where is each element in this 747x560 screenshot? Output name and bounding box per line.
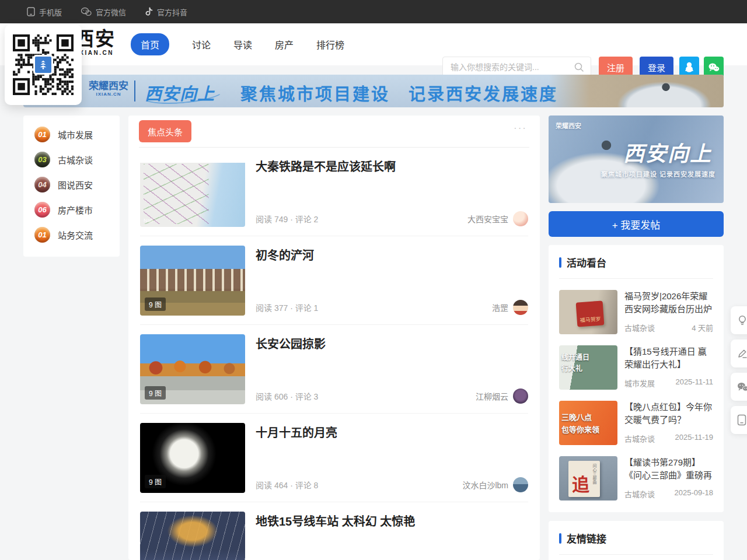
avatar[interactable] [513, 477, 528, 492]
activity-item-title[interactable]: 福马贺岁|2026年荣耀西安网珍藏版台历出炉 [624, 290, 713, 316]
post-title[interactable]: 十月十五的月亮 [256, 424, 528, 440]
mobile-app-icon [736, 414, 747, 426]
tips-float-button[interactable] [731, 306, 747, 334]
activity-thumbnail-book[interactable]: 追 问心三部曲 [559, 456, 617, 501]
friend-links-panel: 友情链接 西安市人民政府 西安新闻网 [549, 521, 724, 560]
post-author[interactable]: 浩罡 [492, 300, 528, 315]
promo-logo: 荣耀西安 [556, 121, 581, 130]
nav-tab-realestate[interactable]: 房产 [275, 37, 294, 51]
write-post-float-button[interactable] [731, 340, 747, 368]
banner-divider [134, 80, 135, 102]
post-item[interactable]: 9 图 十月十五的月亮 阅读 464 · 评论 8 汶水白沙lbm [140, 414, 528, 502]
author-name: 江柳烟云 [476, 390, 508, 402]
topbar-mobile-link[interactable]: 手机版 [27, 6, 62, 18]
topbar-mobile-label: 手机版 [39, 6, 62, 18]
section-badge: 01 [34, 127, 50, 142]
activity-item[interactable]: 追 问心三部曲 【耀读书第279期】《问心三部曲》重磅再版 古城杂谈 2025-… [559, 456, 713, 501]
activity-item[interactable]: 福马贺岁 福马贺岁|2026年荣耀西安网珍藏版台历出炉 古城杂谈 4 天前 [559, 290, 713, 334]
activity-title: 活动看台 [567, 255, 606, 270]
post-thumbnail-park[interactable]: 9 图 [140, 334, 245, 404]
post-author[interactable]: 汶水白沙lbm [462, 477, 528, 492]
search-icon[interactable] [574, 62, 584, 72]
section-badge: 01 [34, 227, 50, 243]
qr-code-popup [5, 24, 82, 105]
activity-body: 福马贺岁|2026年荣耀西安网珍藏版台历出炉 古城杂谈 4 天前 [624, 290, 713, 334]
author-name: 大西安宝宝 [467, 213, 508, 225]
pencil-icon [736, 348, 747, 359]
sidebar-item-site-affairs[interactable]: 01 站务交流 [23, 222, 120, 247]
activity-item[interactable]: 三晚八点 包等你来领 【晚八点红包】今年你交暖气费了吗？ 古城杂谈 2025-1… [559, 401, 713, 445]
image-count-badge: 9 图 [145, 386, 166, 400]
lightbulb-icon [736, 314, 747, 326]
post-meta: 阅读 377 · 评论 1 [256, 302, 318, 313]
post-author[interactable]: 大西安宝宝 [467, 211, 528, 226]
avatar[interactable] [513, 388, 528, 404]
author-name: 浩罡 [492, 302, 508, 313]
sidebar-item-city-development[interactable]: 01 城市发展 [23, 122, 120, 147]
nav-tab-ranking[interactable]: 排行榜 [316, 37, 344, 51]
post-thumbnail-moon[interactable]: 9 图 [140, 423, 245, 493]
stadium-photo [549, 75, 724, 107]
post-author[interactable]: 江柳烟云 [476, 388, 528, 404]
nav-tab-home[interactable]: 首页 [131, 33, 169, 55]
hot-headlines-button[interactable]: 焦点头条 [139, 120, 191, 142]
feed-header: 焦点头条 ··· [139, 116, 529, 148]
post-title[interactable]: 长安公园掠影 [256, 335, 528, 352]
post-footer: 阅读 749 · 评论 2 大西安宝宝 [256, 211, 528, 226]
sidebar-item-photo-xian[interactable]: 04 图说西安 [23, 172, 120, 197]
sidebar-item-real-estate[interactable]: 06 房产楼市 [23, 197, 120, 222]
nav-tab-guide[interactable]: 导读 [233, 37, 252, 51]
top-promo-banner[interactable]: 荣耀西安 IXIAN.CN 西安向上 聚焦城市项目建设 记录西安发展速度 [23, 75, 724, 107]
post-title[interactable]: 初冬的浐河 [256, 246, 528, 263]
activity-thumbnail-redpacket[interactable]: 三晚八点 包等你来领 [559, 401, 617, 445]
post-thumbnail-metro[interactable] [140, 512, 245, 560]
image-count-badge: 9 图 [145, 298, 166, 311]
activity-item-title[interactable]: 【耀读书第279期】《问心三部曲》重磅再版 [624, 456, 713, 482]
links-header: 友情链接 [559, 521, 713, 555]
post-title[interactable]: 大秦铁路是不是应该延长啊 [256, 158, 528, 174]
topbar: 手机版 官方微信 官方抖音 [0, 0, 747, 23]
wechat-float-button[interactable] [731, 373, 747, 401]
post-item[interactable]: Nati 大秦铁路是不是应该延长啊 阅读 749 · 评论 2 大西安宝宝 [140, 148, 528, 236]
sidebar-item-old-city-talk[interactable]: 03 古城杂谈 [23, 147, 120, 172]
post-thumbnail-map[interactable]: Nati [140, 157, 245, 227]
activity-item-title[interactable]: 【晚八点红包】今年你交暖气费了吗？ [624, 401, 713, 426]
activity-category[interactable]: 古城杂谈 [624, 433, 655, 444]
activity-thumbnail-calendar[interactable]: 福马贺岁 [559, 290, 617, 334]
activity-body: 【晚八点红包】今年你交暖气费了吗？ 古城杂谈 2025-11-19 [624, 401, 713, 445]
activity-category[interactable]: 古城杂谈 [624, 322, 655, 333]
activity-item-title[interactable]: 【猜15号线开通日 赢荣耀出行大礼】 [624, 345, 713, 371]
section-accent-bar [559, 257, 561, 268]
post-thumbnail-river[interactable]: 9 图 [140, 246, 245, 316]
avatar[interactable] [513, 211, 528, 226]
activity-thumbnail-metro-contest[interactable]: 线开通日 行大礼 [559, 345, 617, 390]
banner-slogan: 西安向上 [145, 80, 215, 104]
activity-item[interactable]: 线开通日 行大礼 【猜15号线开通日 赢荣耀出行大礼】 城市发展 2025-11… [559, 345, 713, 390]
post-item[interactable]: 9 图 长安公园掠影 阅读 606 · 评论 3 江柳烟云 [140, 325, 528, 414]
post-item[interactable]: 9 图 初冬的浐河 阅读 377 · 评论 1 浩罡 [140, 236, 528, 325]
post-title[interactable]: 地铁15号线车站 太科幻 太惊艳 [256, 512, 528, 529]
post-body: 长安公园掠影 阅读 606 · 评论 3 江柳烟云 [256, 334, 528, 404]
post-item[interactable]: 地铁15号线车站 太科幻 太惊艳 [140, 502, 528, 560]
mobile-phone-icon [27, 7, 35, 16]
search-input[interactable] [449, 62, 574, 72]
activity-category[interactable]: 古城杂谈 [624, 488, 655, 499]
activity-item-meta: 古城杂谈 4 天前 [624, 322, 713, 334]
activity-date: 2025-11-19 [675, 433, 713, 444]
section-badge: 06 [34, 202, 50, 218]
section-label: 城市发展 [58, 128, 93, 141]
topbar-wechat-link[interactable]: 官方微信 [81, 6, 126, 18]
side-promo-banner[interactable]: 荣耀西安 西安向上 聚焦城市项目建设 记录西安发展速度 [549, 116, 724, 203]
activity-category[interactable]: 城市发展 [624, 377, 655, 388]
thumbnail-text: 线开通日 行大礼 [561, 352, 589, 374]
mobile-float-button[interactable] [731, 406, 747, 434]
avatar[interactable] [513, 300, 528, 315]
activity-date: 2025-11-11 [675, 377, 713, 388]
qq-penguin-icon [684, 61, 694, 73]
banner-logo: 荣耀西安 IXIAN.CN [89, 80, 128, 97]
feed-more-button[interactable]: ··· [514, 123, 527, 134]
image-count-badge: 9 图 [145, 475, 166, 488]
nav-tab-discuss[interactable]: 讨论 [192, 37, 211, 51]
new-post-button[interactable]: + 我要发帖 [549, 211, 724, 237]
topbar-douyin-link[interactable]: 官方抖音 [145, 6, 187, 18]
